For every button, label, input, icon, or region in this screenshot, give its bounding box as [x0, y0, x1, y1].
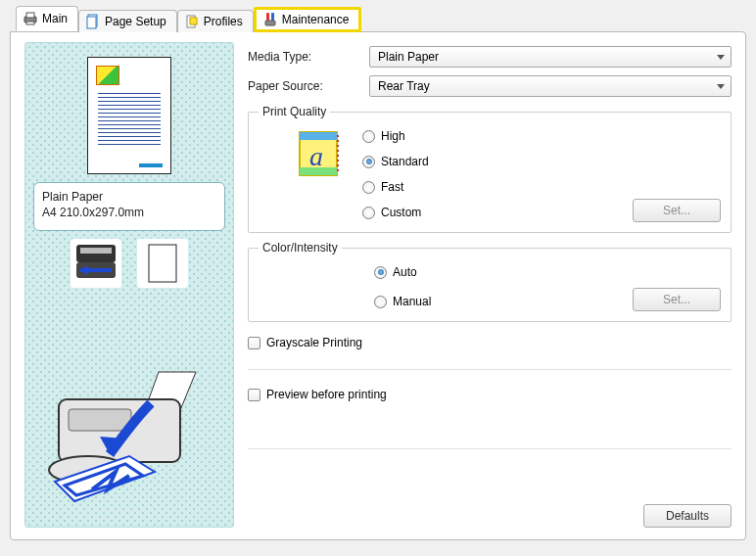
svg-rect-7	[266, 13, 269, 21]
radio-high[interactable]: High	[362, 126, 429, 146]
color-intensity-set-button[interactable]: Set...	[633, 288, 721, 311]
paper-info-box: Plain Paper A4 210.0x297.0mm	[33, 182, 225, 231]
svg-rect-4	[87, 17, 96, 28]
tab-profiles[interactable]: Profiles	[177, 10, 254, 32]
media-type-value: Plain Paper	[378, 50, 439, 64]
svg-rect-1	[26, 13, 34, 18]
svg-rect-21	[300, 132, 337, 140]
media-type-label: Media Type:	[248, 50, 361, 64]
profiles-icon	[184, 14, 200, 29]
print-quality-set-button[interactable]: Set...	[633, 199, 721, 222]
radio-fast-label: Fast	[381, 180, 403, 194]
media-type-row: Media Type: Plain Paper	[248, 46, 732, 68]
tab-main-label: Main	[42, 12, 68, 25]
paper-source-select[interactable]: Rear Tray	[369, 75, 732, 97]
footer-separator	[248, 448, 732, 449]
svg-text:a: a	[309, 141, 323, 171]
dropdown-caret-icon	[717, 55, 725, 60]
paper-source-value: Rear Tray	[378, 79, 430, 93]
settings-column: Media Type: Plain Paper Paper Source: Re…	[248, 42, 732, 528]
tab-page-setup-label: Page Setup	[105, 15, 166, 28]
doc-image-icon	[96, 66, 119, 85]
radio-manual[interactable]: Manual	[374, 292, 431, 311]
svg-rect-13	[149, 245, 176, 282]
printer-icon	[23, 11, 38, 26]
svg-rect-16	[69, 409, 131, 431]
radio-custom[interactable]: Custom	[362, 203, 429, 222]
svg-rect-6	[190, 18, 197, 24]
grayscale-label: Grayscale Printing	[266, 336, 362, 349]
preview-label: Preview before printing	[266, 388, 387, 401]
page-setup-icon	[85, 14, 101, 29]
paper-name-text: Plain Paper	[42, 189, 216, 205]
svg-rect-9	[265, 21, 275, 25]
print-quality-icon: a	[298, 130, 343, 179]
radio-auto-label: Auto	[393, 265, 417, 279]
rear-tray-icon	[71, 239, 121, 288]
panel-body: Plain Paper A4 210.0x297.0mm	[10, 31, 746, 540]
radio-standard[interactable]: Standard	[362, 152, 429, 171]
preview-checkbox-row[interactable]: Preview before printing	[248, 388, 732, 401]
maintenance-icon	[262, 12, 278, 27]
radio-custom-label: Custom	[381, 206, 421, 219]
print-quality-options: High Standard Fast Custom	[362, 126, 429, 222]
paper-source-row: Paper Source: Rear Tray	[248, 75, 732, 97]
document-preview-thumb	[87, 57, 171, 174]
defaults-button[interactable]: Defaults	[643, 504, 732, 528]
color-intensity-group: Color/Intensity Auto Manual	[248, 241, 732, 322]
print-quality-legend: Print Quality	[259, 105, 330, 118]
printer-driver-main-panel: Main Page Setup Profiles Maintenance	[0, 0, 756, 556]
tab-main[interactable]: Main	[16, 6, 78, 31]
tab-page-setup[interactable]: Page Setup	[78, 10, 177, 32]
printer-illustration	[41, 366, 217, 513]
media-type-select[interactable]: Plain Paper	[369, 46, 732, 68]
color-intensity-legend: Color/Intensity	[259, 241, 342, 255]
radio-standard-label: Standard	[381, 155, 429, 168]
radio-auto[interactable]: Auto	[374, 262, 431, 282]
footer-row: Defaults	[248, 498, 732, 528]
grayscale-checkbox-row[interactable]: Grayscale Printing	[248, 336, 732, 349]
blank-sheet-icon	[137, 239, 188, 288]
separator	[248, 369, 732, 370]
tray-preview-row	[71, 239, 188, 288]
radio-fast[interactable]: Fast	[362, 177, 429, 197]
svg-rect-11	[80, 248, 112, 254]
preview-column: Plain Paper A4 210.0x297.0mm	[24, 42, 234, 528]
radio-manual-label: Manual	[393, 295, 431, 308]
grayscale-checkbox[interactable]	[248, 337, 260, 349]
color-intensity-options: Auto Manual	[374, 262, 431, 311]
tab-strip: Main Page Setup Profiles Maintenance	[16, 8, 746, 31]
dropdown-caret-icon	[717, 84, 725, 89]
tab-maintenance[interactable]: Maintenance	[254, 7, 362, 32]
print-quality-group: Print Quality a	[248, 105, 732, 233]
radio-high-label: High	[381, 129, 405, 143]
svg-rect-2	[26, 22, 34, 24]
tab-maintenance-label: Maintenance	[282, 13, 350, 26]
paper-dimensions-text: A4 210.0x297.0mm	[42, 205, 216, 220]
paper-source-label: Paper Source:	[248, 79, 361, 93]
svg-rect-8	[271, 13, 274, 21]
tab-profiles-label: Profiles	[204, 15, 243, 28]
preview-checkbox[interactable]	[248, 389, 260, 401]
